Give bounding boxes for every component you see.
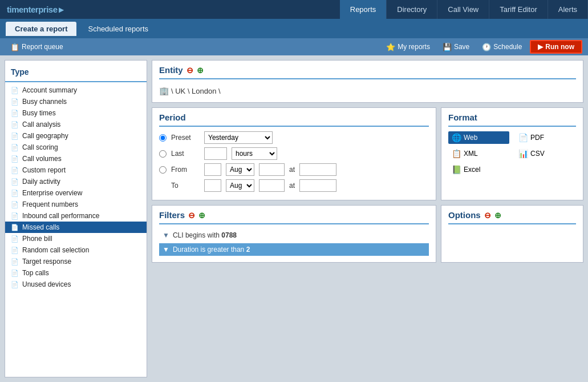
filters-remove-icon[interactable]: ⊖	[188, 211, 195, 220]
from-year-input[interactable]: 2012	[259, 163, 285, 176]
report-queue-label: Report queue	[22, 43, 63, 51]
from-label: From	[171, 166, 200, 174]
type-item[interactable]: 📄Enterprise overview	[5, 187, 147, 199]
from-day-input[interactable]: 15	[204, 163, 221, 176]
type-item[interactable]: 📄Busy channels	[5, 96, 147, 107]
save-button[interactable]: 💾 Save	[438, 42, 474, 53]
sub-tab-scheduled[interactable]: Scheduled reports	[79, 22, 157, 36]
type-item[interactable]: 📄Unused devices	[5, 279, 147, 290]
doc-icon: 📄	[11, 201, 19, 208]
filters-header: Filters ⊖ ⊕	[159, 210, 429, 224]
type-item[interactable]: 📄Call scoring	[5, 142, 147, 153]
preset-select[interactable]: TodayYesterdayThis weekLast weekThis mon…	[204, 131, 273, 144]
building-icon: 🏢	[159, 86, 169, 95]
xml-icon: 📋	[452, 149, 461, 158]
sub-tab-create[interactable]: Create a report	[6, 22, 76, 36]
to-day-input[interactable]: 23	[204, 179, 221, 192]
type-item[interactable]: 📄Account summary	[5, 85, 147, 96]
to-label: To	[171, 182, 200, 190]
entity-add-icon[interactable]: ⊕	[197, 66, 204, 75]
nav-tab-callview[interactable]: Call View	[437, 0, 489, 19]
excel-icon: 📗	[452, 165, 461, 174]
preset-radio[interactable]	[159, 134, 167, 142]
last-value-input[interactable]: 1	[204, 147, 227, 160]
nav-tab-reports[interactable]: Reports	[340, 0, 387, 19]
period-section: Period Preset TodayYesterdayThis weekLas…	[152, 107, 436, 200]
last-radio[interactable]	[159, 150, 167, 158]
doc-icon: 📄	[11, 155, 19, 163]
options-remove-icon[interactable]: ⊖	[484, 211, 491, 220]
format-option-pdf[interactable]: 📄PDF	[515, 131, 576, 144]
type-item[interactable]: 📄Busy times	[5, 107, 147, 119]
to-time-input[interactable]: 23:59:59	[299, 179, 336, 192]
type-item[interactable]: 📄Target response	[5, 256, 147, 267]
to-month-select[interactable]: JanFebMarAprMayJunJulAugSepOctNovDec	[226, 179, 254, 192]
to-year-input[interactable]: 2013	[259, 179, 285, 192]
main-content: Type 📄Account summary📄Busy channels📄Busy…	[0, 55, 588, 382]
type-item[interactable]: 📄Top calls	[5, 267, 147, 279]
to-row: To 23 JanFebMarAprMayJunJulAugSepOctNovD…	[159, 179, 429, 192]
format-option-web[interactable]: 🌐Web	[448, 131, 509, 144]
entity-title: Entity	[159, 65, 183, 75]
filter-item[interactable]: ▼CLI begins with 0788	[159, 229, 429, 242]
from-at-label: at	[289, 166, 295, 174]
type-item[interactable]: 📄Call volumes	[5, 153, 147, 164]
run-now-button[interactable]: ▶ Run now	[530, 40, 582, 54]
type-item[interactable]: 📄Call analysis	[5, 119, 147, 130]
type-item[interactable]: 📄Call geography	[5, 130, 147, 142]
from-time-input[interactable]: 00:00:00	[299, 163, 336, 176]
logo-area: timenterprise ▶	[0, 0, 71, 19]
type-item[interactable]: 📄Daily activity	[5, 176, 147, 187]
nav-tab-alerts[interactable]: Alerts	[548, 0, 588, 19]
options-add-icon[interactable]: ⊕	[494, 211, 501, 220]
sub-nav: Create a report Scheduled reports	[0, 19, 588, 38]
entity-section: Entity ⊖ ⊕ 🏢 \ UK \ London \	[152, 60, 583, 103]
entity-remove-icon[interactable]: ⊖	[186, 66, 193, 75]
pdf-icon: 📄	[518, 133, 528, 142]
doc-icon: 📄	[11, 224, 19, 231]
save-label: Save	[454, 43, 469, 51]
entity-path-text: \ UK \ London \	[171, 87, 221, 95]
format-grid: 🌐Web📄PDF📋XML📊CSV📗Excel	[448, 131, 576, 176]
type-list: 📄Account summary📄Busy channels📄Busy time…	[5, 85, 147, 290]
logo-enterprise: enterprise	[19, 5, 58, 14]
schedule-icon: 🕐	[482, 43, 491, 51]
type-item[interactable]: 📄Phone bill	[5, 233, 147, 244]
format-option-excel[interactable]: 📗Excel	[448, 163, 509, 176]
report-queue-button[interactable]: 📋 Report queue	[6, 42, 68, 53]
type-item[interactable]: 📄Random call selection	[5, 244, 147, 256]
nav-tab-directory[interactable]: Directory	[387, 0, 437, 19]
doc-icon: 📄	[11, 87, 19, 94]
type-item[interactable]: 📄Frequent numbers	[5, 199, 147, 210]
schedule-button[interactable]: 🕐 Schedule	[477, 42, 526, 53]
type-item[interactable]: 📄Custom report	[5, 164, 147, 176]
run-now-icon: ▶	[538, 43, 543, 51]
filters-add-icon[interactable]: ⊕	[198, 211, 205, 220]
star-icon: ⭐	[386, 43, 395, 51]
type-item[interactable]: 📄Missed calls	[5, 222, 147, 233]
doc-icon: 📄	[11, 167, 19, 174]
my-reports-button[interactable]: ⭐ My reports	[382, 42, 435, 53]
format-option-csv[interactable]: 📊CSV	[515, 147, 576, 160]
type-item[interactable]: 📄Inbound call performance	[5, 210, 147, 222]
filter-item[interactable]: ▼Duration is greater than 2	[159, 243, 429, 256]
last-unit-select[interactable]: hoursdaysweeks	[232, 147, 277, 160]
options-header: Options ⊖ ⊕	[448, 210, 576, 224]
filter-icon: ▼	[163, 231, 169, 239]
csv-icon: 📊	[518, 149, 528, 158]
filters-list: ▼CLI begins with 0788▼Duration is greate…	[159, 229, 429, 256]
doc-icon: 📄	[11, 144, 19, 151]
doc-icon: 📄	[11, 98, 19, 106]
middle-row: Period Preset TodayYesterdayThis weekLas…	[152, 107, 583, 200]
from-radio[interactable]	[159, 166, 167, 174]
format-option-xml[interactable]: 📋XML	[448, 147, 509, 160]
nav-tab-tariff[interactable]: Tariff Editor	[489, 0, 548, 19]
doc-icon: 📄	[11, 190, 19, 197]
doc-icon: 📄	[11, 178, 19, 186]
last-label: Last	[171, 150, 200, 158]
nav-tabs: Reports Directory Call View Tariff Edito…	[340, 0, 588, 19]
run-now-label: Run now	[545, 43, 574, 51]
logo-arrow-icon: ▶	[59, 6, 64, 14]
entity-path: 🏢 \ UK \ London \	[159, 84, 576, 98]
from-month-select[interactable]: JanFebMarAprMayJunJulAugSepOctNovDec	[226, 163, 254, 176]
